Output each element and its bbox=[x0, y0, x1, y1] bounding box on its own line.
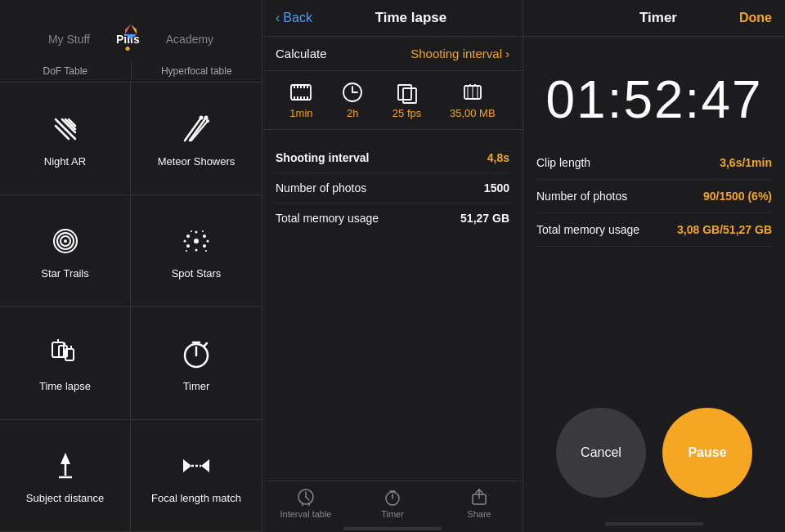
timer-memory-label: Total memory usage bbox=[536, 223, 639, 236]
metric-frame-value: 25 fps bbox=[392, 107, 421, 119]
tab-academy[interactable]: Academy bbox=[153, 29, 227, 49]
svg-point-12 bbox=[204, 115, 209, 119]
clip-length-value: 3,6s/1min bbox=[720, 156, 772, 169]
memory-usage-label: Total memory usage bbox=[276, 212, 379, 225]
panel2-footer: Interval table Timer Share bbox=[262, 481, 523, 522]
panel-timelapse: ‹ Back Time lapse Calculate Shooting int… bbox=[262, 0, 523, 532]
data-row-shooting-interval: Shooting interval 4,8s bbox=[276, 143, 509, 173]
metric-clock[interactable]: 2h bbox=[341, 81, 364, 119]
svg-rect-56 bbox=[303, 96, 305, 100]
film-icon bbox=[289, 81, 312, 104]
svg-point-26 bbox=[207, 240, 209, 243]
stat-row-num-photos: Number of photos 90/1500 (6%) bbox=[536, 180, 772, 213]
panel2-title: Time lapse bbox=[312, 10, 509, 26]
panel-pills: My Stuff Pills Academy DoF Table Hyperfo… bbox=[0, 0, 262, 532]
focal-length-icon bbox=[177, 446, 216, 485]
svg-line-10 bbox=[191, 121, 208, 141]
svg-rect-48 bbox=[294, 85, 295, 88]
footer-timer-icon bbox=[384, 488, 401, 506]
metric-film-value: 1min bbox=[289, 107, 312, 119]
cancel-button[interactable]: Cancel bbox=[556, 408, 646, 498]
footer-interval-label: Interval table bbox=[280, 509, 332, 519]
svg-rect-50 bbox=[300, 85, 302, 88]
back-label: Back bbox=[283, 11, 312, 25]
footer-timer-label: Timer bbox=[381, 509, 404, 519]
memory-usage-value: 51,27 GB bbox=[460, 212, 509, 225]
metric-frame[interactable]: 25 fps bbox=[392, 81, 421, 119]
footer-interval-table[interactable]: Interval table bbox=[262, 488, 349, 519]
back-chevron-icon: ‹ bbox=[276, 11, 280, 25]
svg-rect-67 bbox=[469, 84, 471, 87]
shooting-interval-button[interactable]: Shooting interval › bbox=[410, 47, 509, 60]
panel3-home-bar bbox=[605, 522, 703, 525]
stat-row-clip-length: Clip length 3,6s/1min bbox=[536, 146, 772, 180]
grid-item-meteor-showers[interactable]: Meteor Showers bbox=[131, 83, 262, 195]
footer-share[interactable]: Share bbox=[436, 488, 523, 519]
svg-point-23 bbox=[195, 231, 198, 234]
grid-item-subject-distance[interactable]: Subject distance bbox=[0, 420, 131, 533]
svg-point-21 bbox=[186, 244, 190, 248]
data-row-memory-usage: Total memory usage 51,27 GB bbox=[276, 203, 509, 233]
tab-mystuff[interactable]: My Stuff bbox=[35, 29, 103, 49]
panel2-home-bar bbox=[343, 527, 442, 530]
metrics-row: 1min 2h 25 fps bbox=[262, 71, 523, 130]
panel-timer: Timer Done 01:52:47 Clip length 3,6s/1mi… bbox=[523, 0, 785, 532]
grid-label-subject-distance: Subject distance bbox=[26, 492, 104, 504]
svg-point-18 bbox=[194, 239, 199, 244]
subtitle-dof: DoF Table bbox=[0, 60, 132, 82]
svg-point-25 bbox=[184, 240, 186, 243]
grid-label-night-ar: Night AR bbox=[44, 155, 86, 168]
timer-stats: Clip length 3,6s/1min Number of photos 9… bbox=[523, 146, 785, 391]
grid-label-spot-stars: Spot Stars bbox=[172, 267, 222, 279]
grid-item-spot-stars[interactable]: Spot Stars bbox=[131, 195, 262, 308]
chevron-right-icon: › bbox=[505, 47, 509, 60]
svg-marker-0 bbox=[131, 25, 137, 34]
svg-marker-44 bbox=[183, 459, 191, 472]
data-row-num-photos: Number of photos 1500 bbox=[276, 173, 509, 203]
footer-timer[interactable]: Timer bbox=[349, 488, 436, 519]
metric-film[interactable]: 1min bbox=[289, 81, 312, 119]
svg-point-20 bbox=[203, 235, 206, 238]
pills-grid: Night AR Meteor Showers Star Trails bbox=[0, 83, 262, 532]
svg-rect-52 bbox=[307, 85, 308, 88]
grid-label-focal-length: Focal length match bbox=[151, 492, 241, 504]
calculate-label: Calculate bbox=[276, 47, 327, 60]
tab-active-dot bbox=[126, 47, 130, 51]
svg-rect-68 bbox=[474, 84, 476, 87]
subject-distance-icon bbox=[46, 446, 85, 485]
svg-point-17 bbox=[64, 239, 67, 243]
panel3-header: Timer Done bbox=[523, 0, 785, 37]
grid-label-star-trails: Star Trails bbox=[41, 267, 89, 279]
svg-point-29 bbox=[205, 250, 207, 252]
svg-rect-49 bbox=[297, 85, 298, 88]
svg-point-28 bbox=[202, 230, 204, 232]
svg-point-27 bbox=[191, 230, 192, 232]
svg-point-30 bbox=[186, 250, 187, 252]
svg-rect-62 bbox=[403, 88, 416, 103]
svg-rect-53 bbox=[294, 96, 295, 100]
grid-item-focal-length[interactable]: Focal length match bbox=[131, 420, 262, 533]
grid-label-meteor-showers: Meteor Showers bbox=[158, 155, 236, 168]
footer-share-label: Share bbox=[467, 509, 491, 519]
svg-rect-57 bbox=[307, 96, 308, 100]
svg-rect-55 bbox=[300, 96, 302, 100]
grid-item-time-lapse[interactable]: Time lapse bbox=[0, 307, 131, 420]
svg-marker-1 bbox=[125, 25, 131, 34]
svg-point-11 bbox=[200, 115, 204, 119]
svg-marker-2 bbox=[125, 34, 137, 39]
panel2-header: ‹ Back Time lapse bbox=[262, 0, 523, 37]
svg-line-4 bbox=[56, 126, 69, 139]
pause-button[interactable]: Pause bbox=[662, 408, 752, 498]
grid-item-timer[interactable]: Timer bbox=[131, 307, 262, 420]
timer-num-photos-value: 90/1500 (6%) bbox=[703, 190, 772, 203]
back-button[interactable]: ‹ Back bbox=[276, 11, 312, 25]
metric-memory[interactable]: 35,00 MB bbox=[450, 81, 496, 119]
done-button[interactable]: Done bbox=[739, 11, 772, 25]
metric-clock-value: 2h bbox=[347, 107, 358, 119]
grid-item-star-trails[interactable]: Star Trails bbox=[0, 195, 131, 308]
interval-table-icon bbox=[297, 488, 315, 506]
grid-item-night-ar[interactable]: Night AR bbox=[0, 83, 131, 195]
timer-icon bbox=[177, 334, 216, 373]
shooting-interval-row-label: Shooting interval bbox=[276, 151, 369, 164]
timer-memory-value: 3,08 GB/51,27 GB bbox=[677, 223, 772, 236]
